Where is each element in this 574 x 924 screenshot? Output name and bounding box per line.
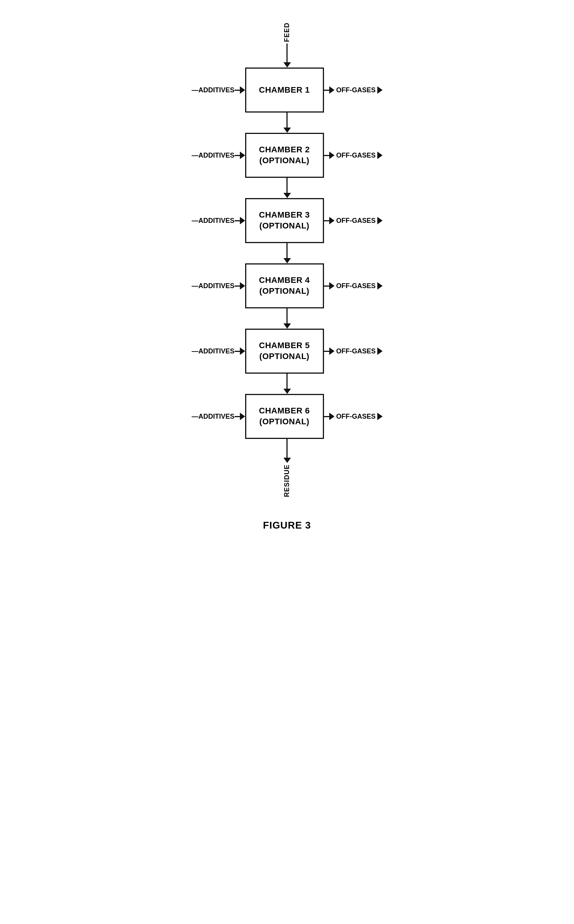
offgases-group-5: OFF-GASES (324, 347, 383, 355)
offgases-arrowhead-end-1 (377, 86, 383, 94)
connector-2-3 (284, 178, 291, 198)
chamber-label-6: CHAMBER 6(OPTIONAL) (259, 405, 310, 427)
chamber-box-4: CHAMBER 4(OPTIONAL) (245, 263, 324, 308)
offgases-group-3: OFF-GASES (324, 217, 383, 225)
offgases-label-2: OFF-GASES (334, 152, 376, 159)
offgases-label-4: OFF-GASES (334, 282, 376, 290)
chamber-row-3: —ADDITIVES CHAMBER 3(OPTIONAL) OFF-GASES (191, 198, 382, 243)
feed-label: FEED (283, 22, 291, 42)
connector-1-2 (284, 113, 291, 133)
feed-arrow-line (287, 44, 287, 62)
additives-label-2: —ADDITIVES (191, 152, 234, 159)
additives-label-1: —ADDITIVES (191, 86, 234, 94)
diagram: FEED —ADDITIVES CHAMBER 1 OFF-GASES (191, 22, 382, 531)
offgases-label-1: OFF-GASES (334, 86, 376, 94)
chamber-row-1: —ADDITIVES CHAMBER 1 OFF-GASES (191, 68, 382, 113)
connector-5-6 (284, 374, 291, 394)
additives-group-2: —ADDITIVES (191, 152, 245, 159)
additives-group-5: —ADDITIVES (191, 347, 245, 355)
additives-line-1 (235, 90, 240, 91)
offgases-arrowhead-1 (329, 86, 334, 94)
additives-label-5: —ADDITIVES (191, 347, 234, 355)
residue-arrow (284, 439, 291, 463)
figure-caption: FIGURE 3 (263, 520, 311, 531)
chamber-label-3: CHAMBER 3(OPTIONAL) (259, 210, 310, 231)
connector-4-5 (284, 308, 291, 328)
additives-label-6: —ADDITIVES (191, 413, 234, 421)
additives-group-6: —ADDITIVES (191, 413, 245, 421)
chamber-row-2: —ADDITIVES CHAMBER 2(OPTIONAL) OFF-GASES (191, 133, 382, 178)
offgases-line-1 (324, 90, 329, 91)
offgases-group-6: OFF-GASES (324, 413, 383, 421)
chamber-box-1: CHAMBER 1 (245, 68, 324, 113)
chamber-row-5: —ADDITIVES CHAMBER 5(OPTIONAL) OFF-GASES (191, 328, 382, 374)
offgases-group-2: OFF-GASES (324, 152, 383, 159)
additives-label-3: —ADDITIVES (191, 217, 234, 225)
additives-arrowhead-1 (240, 86, 245, 94)
additives-group-1: —ADDITIVES (191, 86, 245, 94)
connector-3-4 (284, 243, 291, 263)
chamber-label-2: CHAMBER 2(OPTIONAL) (259, 145, 310, 166)
residue-label: RESIDUE (283, 464, 291, 497)
residue-group: RESIDUE (283, 439, 291, 497)
offgases-label-5: OFF-GASES (334, 347, 376, 355)
offgases-group-4: OFF-GASES (324, 282, 383, 290)
chamber-box-2: CHAMBER 2(OPTIONAL) (245, 133, 324, 178)
additives-label-4: —ADDITIVES (191, 282, 234, 290)
chamber-box-5: CHAMBER 5(OPTIONAL) (245, 328, 324, 374)
chamber-label-4: CHAMBER 4(OPTIONAL) (259, 275, 310, 296)
additives-group-3: —ADDITIVES (191, 217, 245, 225)
chamber-row-4: —ADDITIVES CHAMBER 4(OPTIONAL) OFF-GASES (191, 263, 382, 308)
offgases-group-1: OFF-GASES (324, 86, 383, 94)
feed-arrow (284, 44, 291, 68)
chamber-row-6: —ADDITIVES CHAMBER 6(OPTIONAL) OFF-GASES (191, 394, 382, 439)
offgases-label-3: OFF-GASES (334, 217, 376, 225)
chamber-box-6: CHAMBER 6(OPTIONAL) (245, 394, 324, 439)
chamber-box-3: CHAMBER 3(OPTIONAL) (245, 198, 324, 243)
chamber-label-1: CHAMBER 1 (259, 85, 310, 96)
feed-group: FEED (283, 22, 291, 68)
feed-arrow-head (284, 62, 291, 68)
additives-group-4: —ADDITIVES (191, 282, 245, 290)
chamber-label-5: CHAMBER 5(OPTIONAL) (259, 340, 310, 361)
offgases-label-6: OFF-GASES (334, 413, 376, 421)
